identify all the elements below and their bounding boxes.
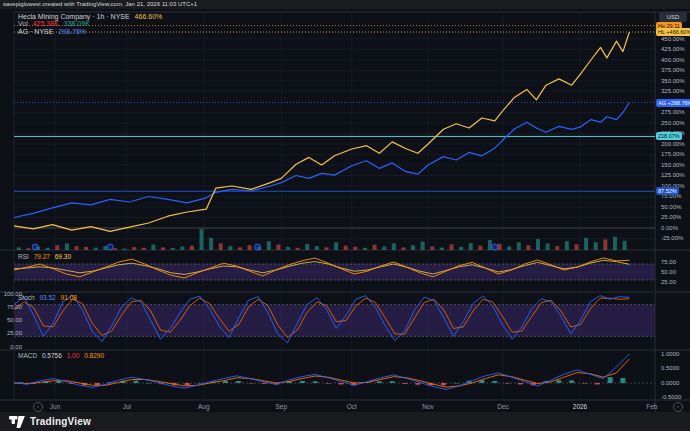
volume-bar bbox=[46, 248, 50, 250]
stoch-axis-tick: 25.00 bbox=[1, 330, 22, 337]
price-axis-tick: 150.00% bbox=[661, 162, 685, 169]
volume-bar bbox=[228, 246, 232, 250]
macd-axis-tick: 0.0000 bbox=[661, 380, 679, 387]
main-series-title[interactable]: Hecla Mining Company · 1h · NYSE bbox=[18, 13, 130, 20]
hl-series-line bbox=[14, 32, 629, 231]
volume-bar bbox=[594, 242, 598, 250]
volume-value: 425.38K bbox=[33, 20, 59, 27]
macd-histogram-bar bbox=[185, 383, 190, 385]
macd-histogram-bar bbox=[569, 380, 574, 383]
volume-bar bbox=[84, 247, 88, 250]
macd-histogram-bar bbox=[492, 381, 497, 383]
stoch-axis-tick: 0.00 bbox=[1, 344, 22, 351]
rsi-legend: RSI 79.27 69.30 bbox=[18, 253, 74, 260]
macd-histogram-bar bbox=[582, 383, 587, 384]
price-axis-tick: 25.00% bbox=[661, 214, 681, 221]
main-series-value: 466.60% bbox=[135, 13, 163, 20]
volume-bar bbox=[555, 246, 559, 250]
macd-histogram-bar bbox=[326, 383, 331, 384]
volume-bar bbox=[373, 245, 377, 250]
volume-bar bbox=[17, 247, 21, 250]
volume-bar bbox=[584, 238, 588, 250]
volume-bar bbox=[459, 247, 463, 250]
macd-histogram-bar bbox=[505, 383, 510, 384]
rsi-axis-tick: 50.00 bbox=[661, 269, 676, 276]
ag-percent-badge: AG +298.76% bbox=[656, 99, 690, 107]
volume-bar bbox=[74, 246, 78, 250]
event-marker-icon[interactable] bbox=[107, 244, 113, 250]
time-axis-label: Dec bbox=[497, 403, 509, 410]
volume-bar bbox=[392, 243, 396, 250]
stoch-d-value: 91.08 bbox=[61, 294, 77, 301]
chart-container[interactable]: Hecla Mining Company · 1h · NYSE 466.60%… bbox=[0, 9, 690, 412]
screenshot-caption: savepiglowest created with TradingView.c… bbox=[3, 1, 197, 7]
compare-series-title[interactable]: AG · NYSE bbox=[18, 28, 53, 35]
axis-scroll-left-icon[interactable]: ‹ bbox=[33, 402, 43, 412]
volume-bar bbox=[411, 245, 415, 250]
volume-bar bbox=[113, 248, 117, 250]
stoch-k-value: 93.52 bbox=[39, 294, 55, 301]
hline-87-badge: 87.52% bbox=[656, 187, 679, 195]
tradingview-brand-text[interactable]: TradingView bbox=[30, 416, 91, 427]
volume-bar bbox=[363, 248, 367, 250]
price-axis-tick: -25.00% bbox=[661, 235, 683, 242]
event-marker-icon[interactable] bbox=[32, 244, 38, 250]
volume-bar bbox=[151, 245, 155, 251]
time-axis-label: Jun bbox=[50, 403, 60, 410]
macd-axis-tick: -0.5000 bbox=[661, 394, 681, 401]
event-marker-icon[interactable] bbox=[255, 244, 261, 250]
macd-histogram-bar bbox=[300, 381, 305, 383]
price-axis-tick: 50.00% bbox=[661, 204, 681, 211]
rsi-axis-tick: 75.00 bbox=[661, 259, 676, 266]
price-axis-tick: 275.00% bbox=[661, 109, 685, 116]
volume-bar bbox=[488, 240, 492, 250]
rsi-axis-tick: 25.00 bbox=[661, 279, 676, 286]
rsi-legend-label[interactable]: RSI bbox=[18, 253, 29, 260]
macd-legend-label[interactable]: MACD bbox=[18, 352, 37, 359]
volume-bar bbox=[276, 245, 280, 251]
compare-series-legend: AG · NYSE 298.76% bbox=[18, 28, 89, 35]
macd-signal-value: 0.8290 bbox=[84, 352, 104, 359]
tradingview-logo-icon[interactable] bbox=[9, 416, 25, 428]
macd-histogram-bar bbox=[197, 383, 202, 384]
volume-bar bbox=[199, 229, 203, 250]
macd-axis-tick: 0.5000 bbox=[661, 365, 679, 372]
macd-histogram-bar bbox=[249, 383, 254, 384]
footer-bar: TradingView bbox=[0, 412, 690, 431]
volume-bar bbox=[469, 243, 473, 250]
volume-bar bbox=[219, 243, 223, 250]
volume-bar bbox=[546, 243, 550, 250]
volume-legend-label[interactable]: Vol bbox=[18, 20, 28, 27]
volume-bar bbox=[142, 248, 146, 250]
volume-bar bbox=[613, 237, 617, 250]
main-series-legend: Hecla Mining Company · 1h · NYSE 466.60% bbox=[18, 13, 165, 20]
macd-histogram-bar bbox=[454, 383, 459, 384]
price-axis-tick: 325.00% bbox=[661, 88, 685, 95]
price-axis[interactable]: 450.00%425.00%400.00%375.00%350.00%325.0… bbox=[655, 9, 690, 412]
volume-bar bbox=[382, 246, 386, 250]
volume-bar bbox=[574, 244, 578, 250]
volume-bar bbox=[209, 238, 213, 250]
volume-bar bbox=[344, 246, 348, 250]
volume-bar bbox=[132, 247, 136, 250]
rsi-band bbox=[14, 264, 655, 280]
time-axis-label: 2026 bbox=[573, 403, 587, 410]
time-axis-label: Nov bbox=[422, 403, 434, 410]
rsi-value: 79.27 bbox=[34, 253, 50, 260]
macd-line bbox=[14, 354, 629, 389]
price-axis-tick: 400.00% bbox=[661, 57, 685, 64]
volume-bar bbox=[536, 239, 540, 250]
time-axis-label: Sep bbox=[276, 403, 288, 410]
volume-legend: Vol 425.38K 338.09K bbox=[18, 20, 93, 27]
macd-histogram-bar bbox=[620, 378, 625, 383]
time-axis-label: Oct bbox=[347, 403, 357, 410]
axis-unit-button[interactable]: USD bbox=[659, 12, 687, 22]
macd-histogram-bar bbox=[338, 383, 343, 384]
volume-bar bbox=[190, 246, 194, 250]
macd-histogram-bar bbox=[146, 383, 151, 384]
volume-bar bbox=[507, 246, 511, 250]
event-marker-icon[interactable] bbox=[492, 244, 498, 250]
macd-histogram-bar bbox=[236, 381, 241, 383]
time-axis-label: Jul bbox=[123, 403, 131, 410]
axis-scroll-right-icon[interactable]: › bbox=[673, 402, 683, 412]
